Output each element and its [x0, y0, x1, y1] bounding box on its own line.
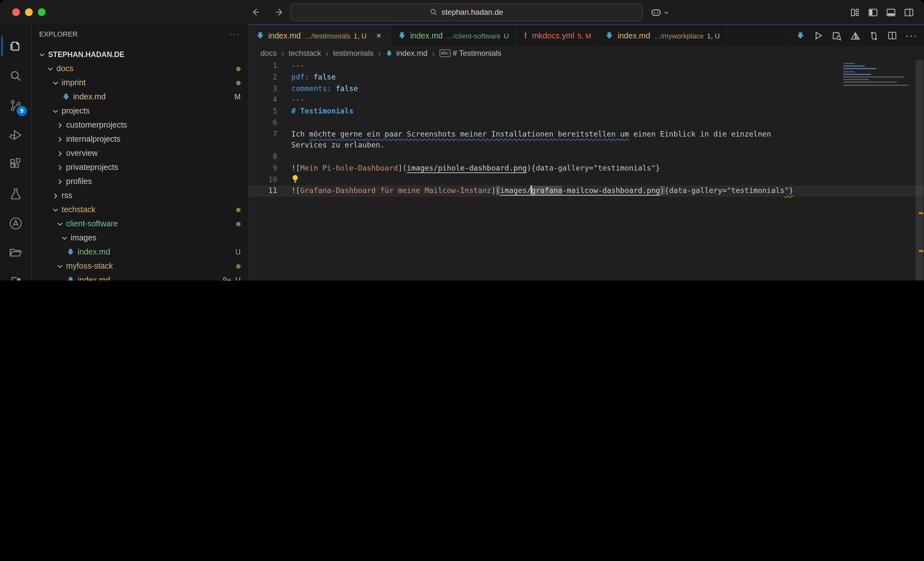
search-icon[interactable]	[1, 61, 30, 90]
explorer-icon[interactable]	[1, 31, 30, 61]
tree-item-rss[interactable]: rss	[32, 188, 248, 203]
yaml-file-icon: !	[522, 31, 529, 40]
chevron-right-icon	[54, 176, 65, 187]
git-status-dot	[236, 221, 241, 226]
editor[interactable]: 1--- 2pdf: false 3comments: false 4--- 5…	[249, 60, 924, 280]
tree-item-imprint[interactable]: imprint	[32, 76, 248, 90]
spellcheck-squiggle: möchte gerne ein paar Screenshots meiner…	[309, 129, 629, 138]
activity-bar: 9	[0, 24, 32, 280]
tab-index-md-client-software[interactable]: index.md .../client-software U	[391, 25, 516, 46]
overview-ruler-warning-mark	[919, 250, 923, 252]
chevron-right-icon	[50, 190, 60, 200]
workspace-title: stephan.hadan.de	[441, 8, 503, 16]
scm-changes-badge: 9	[16, 106, 27, 116]
markdown-preview-icon[interactable]	[850, 30, 861, 41]
minimize-window-button[interactable]	[25, 8, 33, 16]
circle-a-extension-icon[interactable]	[1, 208, 30, 238]
close-icon[interactable]: ×	[374, 31, 384, 40]
chevron-down-icon	[37, 49, 47, 60]
toggle-panel-icon[interactable]	[886, 7, 896, 17]
tab-problems-badge: 1, U	[707, 32, 720, 39]
chevron-right-icon	[54, 148, 65, 159]
tree-item-overview[interactable]: overview	[32, 146, 248, 160]
tree-item-cs-images[interactable]: images	[32, 231, 248, 245]
editor-actions: ···	[786, 25, 918, 46]
chevron-down-icon	[54, 218, 65, 229]
minimap[interactable]	[843, 63, 914, 104]
chevron-down-icon	[50, 205, 60, 215]
tree-item-privateprojects[interactable]: privateprojects	[32, 160, 248, 174]
copilot-menu[interactable]	[651, 7, 669, 18]
back-icon[interactable]	[250, 7, 261, 17]
tab-problems-badge: 1, U	[354, 32, 366, 39]
lightbulb-icon[interactable]	[291, 174, 299, 184]
warning-squiggle: "}	[784, 186, 794, 195]
breadcrumb-techstack[interactable]: techstack	[288, 49, 321, 58]
tree-item-cs-index-md[interactable]: index.mdU	[32, 245, 248, 259]
explorer-more-actions-icon[interactable]: ···	[230, 30, 241, 38]
breadcrumb-heading-symbol[interactable]: abc# Testimonials	[439, 49, 501, 58]
titlebar: stephan.hadan.de	[0, 0, 924, 24]
editor-scrollbar[interactable]	[915, 60, 924, 280]
markdown-file-icon	[397, 31, 407, 40]
split-editor-icon[interactable]	[887, 31, 897, 40]
zoom-window-button[interactable]	[38, 8, 45, 16]
tree-item-customerprojects[interactable]: customerprojects	[32, 118, 248, 132]
extensions-icon[interactable]	[1, 150, 30, 179]
tree-item-profiles[interactable]: profiles	[32, 174, 248, 188]
tree-item-projects[interactable]: projects	[32, 104, 248, 118]
tree-item-imprint-index-md[interactable]: index.mdM	[32, 90, 248, 104]
git-status-dot	[236, 207, 241, 212]
source-control-icon[interactable]: 9	[1, 90, 30, 120]
compare-changes-icon[interactable]	[869, 30, 879, 41]
tree-item-myfoss-index-md[interactable]: index.md9+, U	[32, 273, 248, 280]
tab-index-md-testimonials[interactable]: index.md .../testimonials 1, U ×	[249, 25, 391, 46]
tree-item-techstack[interactable]: techstack	[32, 203, 248, 217]
open-preview-side-icon[interactable]	[832, 30, 842, 41]
markdown-file-icon	[605, 31, 614, 40]
markdown-file-icon	[66, 247, 76, 257]
tree-item-myfoss-stack[interactable]: myfoss-stack	[32, 259, 248, 273]
customize-layout-icon[interactable]	[850, 7, 860, 17]
tab-mkdocs-yml[interactable]: ! mkdocs.yml 5, M	[516, 25, 598, 46]
exit-door-icon[interactable]	[1, 267, 30, 280]
run-debug-icon[interactable]	[1, 120, 30, 150]
toggle-secondary-sidebar-icon[interactable]	[904, 7, 914, 17]
editor-tab-bar: index.md .../testimonials 1, U × index.m…	[249, 24, 924, 46]
current-line: 11![Grafana-Dashboard für meine Mailcow-…	[249, 186, 924, 197]
git-status-dot	[236, 81, 241, 85]
sidebar-title: EXPLORER	[39, 30, 78, 38]
git-status-dot	[236, 264, 241, 268]
bracket-match: )	[660, 186, 664, 195]
word-highlight: grafana	[531, 186, 562, 195]
tree-item-docs[interactable]: docs	[32, 61, 248, 76]
breadcrumb-docs[interactable]: docs	[261, 49, 277, 58]
tree-item-client-software[interactable]: client-software	[32, 217, 248, 231]
breadcrumb-index-md[interactable]: index.md	[386, 49, 428, 58]
tab-index-md-myworkplace[interactable]: index.md .../myworkplace 1, U	[598, 25, 727, 46]
search-icon	[430, 8, 438, 16]
close-window-button[interactable]	[12, 8, 20, 16]
forward-icon[interactable]	[274, 7, 285, 17]
markdown-run-icon[interactable]	[796, 31, 805, 40]
tab-problems-badge: 5, M	[578, 32, 591, 39]
more-actions-icon[interactable]: ···	[905, 30, 918, 41]
run-file-icon[interactable]	[814, 31, 823, 40]
toggle-primary-sidebar-icon[interactable]	[868, 7, 878, 17]
folder-extension-icon[interactable]	[1, 238, 30, 267]
window-controls	[12, 8, 45, 16]
file-tree: STEPHAN.HADAN.DE docs imprint index.mdM …	[32, 43, 248, 280]
breadcrumb-testimonials[interactable]: testimonials	[333, 49, 374, 58]
explorer-sidebar: EXPLORER ··· STEPHAN.HADAN.DE docs impri…	[32, 24, 249, 280]
chevron-down-icon	[663, 9, 669, 15]
scrollbar-thumb[interactable]	[916, 60, 923, 280]
chevron-down-icon	[50, 106, 60, 116]
testing-icon[interactable]	[1, 179, 30, 208]
chevron-right-icon	[54, 134, 65, 144]
copilot-icon	[651, 7, 662, 18]
bracket-match: (	[496, 186, 500, 195]
command-center-search[interactable]: stephan.hadan.de	[290, 3, 643, 21]
chevron-down-icon	[50, 78, 60, 88]
tree-item-root[interactable]: STEPHAN.HADAN.DE	[32, 48, 248, 61]
tree-item-internalprojects[interactable]: internalprojects	[32, 132, 248, 146]
